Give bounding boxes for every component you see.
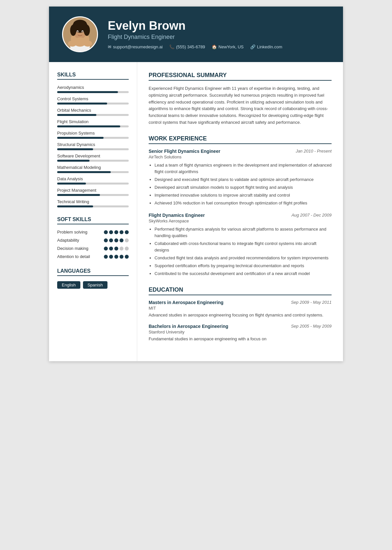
skill-dot: [114, 247, 118, 251]
job-bullet: Implemented innovative solutions to impr…: [155, 192, 332, 199]
summary-title: PROFESSIONAL SUMMARY: [149, 72, 332, 81]
skill-dot: [104, 247, 108, 251]
soft-skills-section: SOFT SKILLS Problem solving Adaptability…: [57, 217, 129, 259]
job-dates: Jan 2010 - Present: [296, 149, 332, 154]
skill-dot: [114, 238, 118, 242]
skill-item: Project Management: [57, 188, 129, 196]
skill-dots: [104, 255, 129, 259]
edu-school: Stanford University: [149, 330, 332, 334]
linkedin-icon: 🔗: [250, 44, 255, 49]
soft-skill-item: Attention to detail: [57, 254, 129, 259]
svg-point-6: [73, 20, 87, 28]
skill-dot: [125, 247, 129, 251]
skill-name: Software Development: [57, 154, 129, 158]
skill-bar-bg: [57, 137, 129, 139]
body-section: SKILLS Aerodynamics Control Systems Orbi…: [49, 62, 343, 361]
job-bullet: Performed flight dynamics analysis for v…: [155, 226, 332, 239]
skill-dots: [104, 230, 129, 234]
skill-dot: [114, 230, 118, 234]
language-tags: EnglishSpanish: [57, 281, 129, 289]
job-title: Flight Dynamics Engineer: [149, 213, 205, 218]
skill-bar-fill: [57, 160, 90, 162]
resume-container: Evelyn Brown Flight Dynamics Engineer ✉ …: [49, 7, 343, 361]
skill-dot: [114, 255, 118, 259]
header-section: Evelyn Brown Flight Dynamics Engineer ✉ …: [49, 7, 343, 62]
education-list: Masters in Aerospace Engineering Sep 200…: [149, 300, 332, 342]
edu-school: MIT: [149, 306, 332, 311]
education-item: Masters in Aerospace Engineering Sep 200…: [149, 300, 332, 318]
job-bullets: Lead a team of flight dynamics engineers…: [149, 162, 332, 207]
skills-section: SKILLS Aerodynamics Control Systems Orbi…: [57, 72, 129, 207]
education-section: EDUCATION Masters in Aerospace Engineeri…: [149, 286, 332, 342]
skill-dot: [109, 238, 113, 242]
job-bullet: Conducted flight test data analysis and …: [155, 255, 332, 261]
skill-dot: [104, 230, 108, 234]
soft-skill-item: Problem solving: [57, 230, 129, 235]
skill-bar-fill: [57, 103, 107, 105]
location-icon: 🏠: [212, 44, 217, 49]
linkedin-value: LinkedIn.com: [257, 44, 282, 49]
skill-dot: [125, 255, 129, 259]
linkedin-contact: 🔗 LinkedIn.com: [250, 44, 282, 49]
skill-item: Mathematical Modeling: [57, 165, 129, 173]
edu-degree: Bachelors in Aerospace Engineering: [149, 324, 228, 329]
skill-name: Orbital Mechanics: [57, 108, 129, 113]
skill-dot: [104, 255, 108, 259]
work-experience-section: WORK EXPERIENCE Senior Flight Dynamics E…: [149, 135, 332, 277]
skill-name: Control Systems: [57, 96, 129, 101]
phone-contact: 📞 (555) 345-6789: [169, 44, 205, 49]
skill-dot: [120, 247, 123, 251]
soft-skills-title: SOFT SKILLS: [57, 217, 129, 224]
skill-bar-bg: [57, 160, 129, 162]
soft-skill-name: Problem solving: [57, 230, 90, 235]
skill-name: Technical Writing: [57, 199, 129, 204]
skill-dot: [125, 230, 129, 234]
svg-point-10: [82, 31, 83, 33]
skill-bar-bg: [57, 205, 129, 207]
skill-bar-fill: [57, 148, 93, 150]
skill-bar-bg: [57, 125, 129, 127]
edu-header: Masters in Aerospace Engineering Sep 200…: [149, 300, 332, 305]
job-bullet: Achieved 10% reduction in fuel consumpti…: [155, 200, 332, 206]
skill-name: Project Management: [57, 188, 129, 193]
svg-point-14: [74, 37, 86, 46]
skill-item: Aerodynamics: [57, 85, 129, 93]
edu-dates: Sep 2005 - May 2009: [291, 324, 332, 329]
skill-dots: [104, 238, 129, 242]
email-value: support@resumedesign.ai: [113, 44, 163, 49]
skill-bar-fill: [57, 125, 120, 127]
summary-text: Experienced Flight Dynamics Engineer wit…: [149, 85, 332, 126]
skill-dot: [120, 255, 123, 259]
job-bullet: Lead a team of flight dynamics engineers…: [155, 162, 332, 175]
skill-dot: [125, 238, 129, 242]
skill-item: Data Analysis: [57, 176, 129, 185]
job-bullets: Performed flight dynamics analysis for v…: [149, 226, 332, 277]
skill-dot: [109, 247, 113, 251]
work-experience-title: WORK EXPERIENCE: [149, 135, 332, 144]
soft-skill-item: Decision making: [57, 246, 129, 251]
skill-item: Structural Dynamics: [57, 142, 129, 150]
edu-degree: Masters in Aerospace Engineering: [149, 300, 223, 305]
avatar: [62, 16, 98, 52]
skill-item: Flight Simulation: [57, 119, 129, 127]
edu-header: Bachelors in Aerospace Engineering Sep 2…: [149, 324, 332, 329]
soft-skill-name: Decision making: [57, 246, 90, 251]
education-title: EDUCATION: [149, 286, 332, 295]
job-bullet: Developed aircraft simulation models to …: [155, 184, 332, 191]
skill-dot: [104, 238, 108, 242]
left-column: SKILLS Aerodynamics Control Systems Orbi…: [49, 62, 137, 361]
job-bullet: Designed and executed flight test plans …: [155, 176, 332, 183]
soft-skill-name: Attention to detail: [57, 254, 90, 259]
edu-dates: Sep 2009 - May 2011: [291, 300, 332, 305]
skill-bar-bg: [57, 114, 129, 116]
skill-item: Orbital Mechanics: [57, 108, 129, 116]
languages-section: LANGUAGES EnglishSpanish: [57, 268, 129, 289]
job-dates: Aug 2007 - Dec 2009: [291, 213, 332, 218]
job-item: Flight Dynamics Engineer Aug 2007 - Dec …: [149, 213, 332, 277]
skill-name: Mathematical Modeling: [57, 165, 129, 170]
job-header: Senior Flight Dynamics Engineer Jan 2010…: [149, 149, 332, 154]
job-bullet: Supported certification efforts by prepa…: [155, 263, 332, 269]
email-icon: ✉: [108, 44, 111, 49]
edu-desc: Advanced studies in aerospace engineerin…: [149, 312, 332, 318]
location-value: NewYork, US: [219, 44, 244, 49]
